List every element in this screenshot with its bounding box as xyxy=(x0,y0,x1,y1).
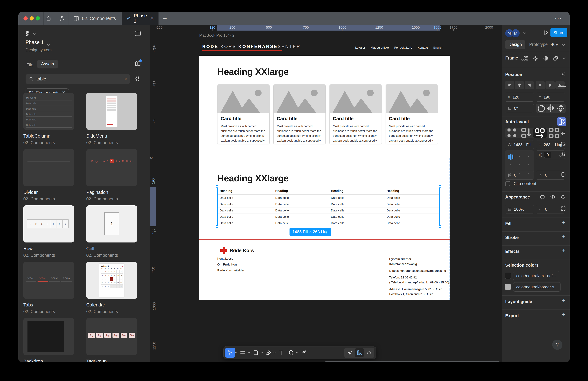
minimize-window-button[interactable] xyxy=(30,16,34,21)
asset-item-cell[interactable]: 1Cell02. Components xyxy=(86,205,137,258)
asset-item-tabs[interactable]: ✎ Tab 1✎ Tab 2✎ Tab 3✎ Tab 4Tabs02. Comp… xyxy=(23,262,74,314)
filter-icon[interactable] xyxy=(134,76,141,82)
asset-item-row[interactable]: 1234567Row02. Components xyxy=(23,205,74,258)
text-tool[interactable] xyxy=(276,348,286,358)
selection-color-row[interactable]: color/neutral/text-def... xyxy=(505,271,559,280)
draw-mode-icon[interactable] xyxy=(345,348,354,357)
reverse-order-icon[interactable] xyxy=(560,130,566,136)
email-link[interactable]: konferansetjenesten@redcross.no xyxy=(399,269,446,272)
chevron-down-icon[interactable] xyxy=(563,57,566,60)
layout-wrap-icon[interactable] xyxy=(547,128,561,138)
avatars-chevron-icon[interactable] xyxy=(523,32,526,34)
tab-assets[interactable]: Assets xyxy=(37,60,58,68)
window-menu-button[interactable]: ⋯ xyxy=(555,14,562,22)
tab-design[interactable]: Design xyxy=(505,40,525,49)
add-layout-guide-button[interactable]: + xyxy=(562,297,566,304)
all-corners-icon[interactable] xyxy=(560,206,566,211)
asset-item-sidemenu[interactable]: SideMenu02. Components xyxy=(86,93,137,145)
align-right-icon[interactable] xyxy=(525,81,534,90)
add-export-button[interactable]: + xyxy=(562,311,566,318)
asset-item-pagination[interactable]: ‹ Forrige1–234–20Neste ›Pagination02. Co… xyxy=(86,149,137,202)
add-fill-button[interactable]: + xyxy=(562,219,566,226)
move-tool[interactable] xyxy=(225,348,235,358)
new-tab-button[interactable]: + xyxy=(163,15,167,22)
asset-item-backdrop[interactable]: Backdrop02. Components xyxy=(23,318,74,362)
zoom-chevron-icon[interactable] xyxy=(562,44,566,46)
component-grid-icon[interactable] xyxy=(523,55,529,61)
y-position-field[interactable]: Y190 xyxy=(536,93,565,102)
tab-file[interactable]: File xyxy=(26,63,33,67)
chevron-down-icon[interactable] xyxy=(33,33,37,35)
search-input[interactable]: table × xyxy=(25,74,130,84)
share-button[interactable]: Share xyxy=(550,28,567,37)
project-title[interactable]: Phase 1 xyxy=(25,40,50,45)
width-field[interactable]: W1488 Fill xyxy=(505,140,534,149)
variants-icon[interactable] xyxy=(533,55,539,61)
width-mode[interactable]: Fill xyxy=(526,142,531,147)
ai-actions-icon[interactable] xyxy=(299,348,309,358)
selection-handle[interactable] xyxy=(439,185,441,188)
selected-table[interactable]: HeadingHeadingHeadingHeadingData celleDa… xyxy=(217,187,440,226)
color-swatch[interactable] xyxy=(505,284,511,290)
selection-handle[interactable] xyxy=(216,225,218,228)
clip-content-checkbox[interactable] xyxy=(505,181,510,186)
individual-padding-icon[interactable] xyxy=(560,172,566,177)
maximize-window-button[interactable] xyxy=(36,16,40,21)
auto-layout-active-icon[interactable] xyxy=(557,117,566,126)
zoom-level[interactable]: 46% xyxy=(551,42,559,47)
focus-icon[interactable] xyxy=(560,71,566,77)
visibility-eye-icon[interactable] xyxy=(550,194,556,200)
instance-icon[interactable] xyxy=(553,55,558,61)
rectangle-tool[interactable] xyxy=(251,348,261,358)
frame-tool[interactable] xyxy=(238,348,248,358)
asset-item-tablecolumn[interactable]: HeadingData celleData celleData celleDat… xyxy=(23,93,74,145)
footer-link[interactable]: Røde Kors nettsider xyxy=(217,269,244,272)
present-play-icon[interactable] xyxy=(543,30,549,36)
asset-item-divider[interactable]: Divider02. Components xyxy=(23,149,74,202)
shape-tool-chevron[interactable] xyxy=(261,348,263,358)
home-icon[interactable] xyxy=(45,15,52,22)
avatar[interactable]: M xyxy=(511,29,520,38)
layout-settings-icon[interactable] xyxy=(560,152,566,157)
tab-phase1[interactable]: Phase 1 ✕ xyxy=(122,12,159,25)
footer-link[interactable]: Kontakt oss xyxy=(217,257,244,260)
horizontal-padding-field[interactable]: 0 xyxy=(505,171,534,180)
frame-label[interactable]: MacBook Pro 16" - 2 xyxy=(199,33,234,38)
footer-link[interactable]: Om Røde Kors xyxy=(217,263,244,266)
distribute-icon[interactable] xyxy=(561,82,567,88)
ellipse-tool[interactable] xyxy=(286,348,296,358)
tab-components[interactable]: 02. Components xyxy=(68,12,122,25)
close-window-button[interactable] xyxy=(23,16,28,21)
move-tool-chevron[interactable] xyxy=(235,348,238,358)
layout-vertical-icon[interactable] xyxy=(519,128,533,138)
align-h-center-icon[interactable] xyxy=(515,81,524,90)
clear-search-icon[interactable]: × xyxy=(124,76,127,82)
asset-item-taggroup[interactable]: TagTagTagTagTagTagTagGroup02. Components xyxy=(86,318,137,362)
selection-color-row[interactable]: color/neutral/border-s... xyxy=(505,282,561,291)
opacity-field[interactable]: 100% xyxy=(505,205,534,214)
color-swatch[interactable] xyxy=(505,273,511,279)
ellipse-tool-chevron[interactable] xyxy=(296,348,299,358)
layout-horizontal-icon[interactable] xyxy=(533,128,547,138)
x-position-field[interactable]: X120 xyxy=(505,93,534,102)
pen-tool-chevron[interactable] xyxy=(273,348,276,358)
frame-tool-chevron[interactable] xyxy=(248,348,251,358)
horizontal-scrollbar[interactable] xyxy=(325,361,500,362)
add-stroke-button[interactable]: + xyxy=(562,233,566,240)
flip-horizontal-icon[interactable] xyxy=(546,104,556,113)
frame-selector[interactable]: Frame xyxy=(505,55,525,61)
styles-icon[interactable] xyxy=(540,194,545,200)
selection-handle[interactable] xyxy=(216,185,218,188)
pen-tool[interactable] xyxy=(263,348,273,358)
blend-drop-icon[interactable] xyxy=(560,194,566,200)
community-icon[interactable] xyxy=(59,15,65,22)
flip-vertical-icon[interactable] xyxy=(556,104,566,113)
selection-handle[interactable] xyxy=(439,225,441,228)
add-effect-button[interactable]: + xyxy=(562,247,566,254)
code-mode-icon[interactable] xyxy=(364,348,373,357)
tab-prototype[interactable]: Prototype xyxy=(529,42,548,47)
resize-icon[interactable] xyxy=(560,141,566,147)
mask-contrast-icon[interactable] xyxy=(543,55,548,61)
asset-item-calendar[interactable]: Mai 2025‹ ›MaTiOnToFrLøSø123456789101112… xyxy=(86,262,137,314)
rotate-icon[interactable] xyxy=(536,104,546,113)
